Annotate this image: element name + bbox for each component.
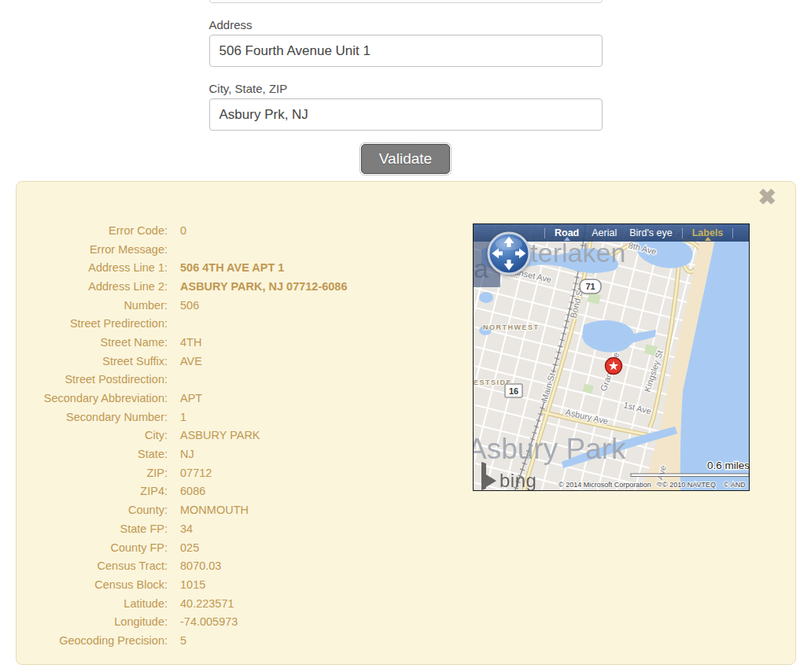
map-compass[interactable] <box>486 231 532 279</box>
result-row-state-fp: State FP:34 <box>28 519 795 538</box>
svg-text:bing: bing <box>500 470 536 491</box>
copyright-navteq: © 2010 NAVTEQ <box>662 481 716 489</box>
result-row-census-block: Census Block:1015 <box>28 575 795 594</box>
svg-text:16: 16 <box>509 386 518 396</box>
location-marker-icon[interactable] <box>606 358 622 375</box>
result-row-county-fp: County FP:025 <box>28 538 795 557</box>
city-state-zip-input[interactable] <box>209 98 603 131</box>
svg-text:71: 71 <box>585 282 595 291</box>
city-state-zip-label: City, State, ZIP <box>209 82 603 95</box>
toolbar-divider <box>732 228 733 238</box>
svg-text:0.6 miles: 0.6 miles <box>707 460 750 471</box>
address-input[interactable] <box>209 35 603 67</box>
validation-result-panel: ✖ Error Code:0 Error Message: Address Li… <box>16 181 796 665</box>
close-icon[interactable]: ✖ <box>758 186 776 209</box>
address-form: Address City, State, ZIP Validate <box>209 0 603 174</box>
map-tab-aerial[interactable]: Aerial <box>592 224 617 242</box>
bing-map[interactable]: a Interlaken Asbury Park Sunset Ave Bond… <box>473 223 750 491</box>
copyright-and: © AND <box>724 481 746 489</box>
toolbar-divider <box>544 228 545 238</box>
map-tab-labels[interactable]: Labels <box>692 224 724 242</box>
road-active-caret-icon <box>564 237 570 241</box>
result-row-geocoding-precision: Geocoding Precision:5 <box>28 631 795 650</box>
map-tab-road[interactable]: Road <box>555 224 579 242</box>
copyright-microsoft: © 2014 Microsoft Corporation <box>558 481 651 489</box>
labels-caret-icon <box>705 237 711 241</box>
scale-bar <box>631 474 749 477</box>
address-label: Address <box>209 18 603 31</box>
place-label-asbury-park: Asbury Park <box>474 433 626 465</box>
result-row-longitude: Longitude:-74.005973 <box>28 612 795 631</box>
result-row-latitude: Latitude:40.223571 <box>28 594 795 613</box>
map-tab-birds-eye[interactable]: Bird's eye <box>629 224 673 242</box>
result-row-county: County:MONMOUTH <box>28 500 795 519</box>
district-label-northwest: NORTHWEST <box>483 323 540 331</box>
result-row-census-tract: Census Tract:8070.03 <box>28 556 795 575</box>
validate-button[interactable]: Validate <box>361 144 450 174</box>
previous-input-partial[interactable] <box>209 0 603 3</box>
toolbar-divider <box>682 228 683 238</box>
